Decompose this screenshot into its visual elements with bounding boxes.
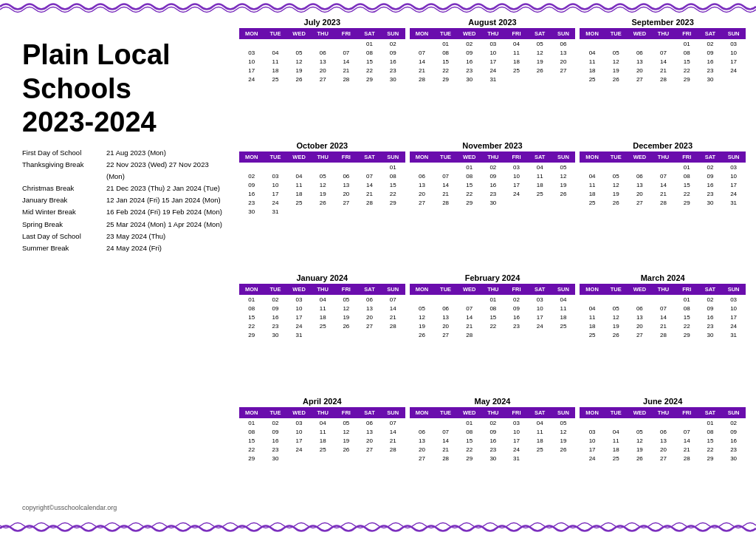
calendar-day: 18 bbox=[264, 66, 287, 75]
calendar-day: 22 bbox=[434, 66, 458, 75]
day-header: SAT bbox=[528, 408, 551, 418]
calendar-day: 21 bbox=[381, 436, 405, 445]
calendar-day: 08 bbox=[240, 304, 264, 313]
month-title: April 2024 bbox=[239, 397, 405, 406]
calendar-week-row: 010203 bbox=[580, 295, 746, 304]
calendar-day: 25 bbox=[528, 445, 551, 454]
day-header: MON bbox=[410, 29, 434, 39]
calendar-week-row: 0102 bbox=[240, 39, 405, 49]
calendar-day: 25 bbox=[604, 454, 628, 463]
calendar-day: 11 bbox=[505, 48, 529, 57]
calendar-day bbox=[434, 418, 458, 428]
day-header: SUN bbox=[722, 152, 746, 163]
calendar-day: 05 bbox=[334, 295, 358, 304]
calendar-day: 20 bbox=[358, 436, 382, 445]
calendar-day: 01 bbox=[240, 295, 264, 304]
calendar-day: 26 bbox=[604, 330, 628, 339]
calendar-day: 18 bbox=[505, 57, 529, 66]
calendar-week-row: 22232425262728 bbox=[240, 321, 405, 330]
calendar-day: 01 bbox=[434, 39, 458, 49]
calendar-day: 11 bbox=[311, 427, 334, 436]
calendar-day: 24 bbox=[722, 189, 746, 198]
calendar-day: 17 bbox=[264, 189, 287, 198]
calendar-day: 02 bbox=[264, 295, 287, 304]
calendar-day: 18 bbox=[551, 313, 575, 321]
calendar-day: 03 bbox=[528, 295, 551, 304]
calendar-day: 15 bbox=[675, 313, 698, 321]
calendar-day bbox=[528, 75, 551, 84]
day-header: FRI bbox=[505, 284, 529, 295]
calendar-day: 17 bbox=[505, 436, 529, 445]
month-block: September 2023MONTUEWEDTHUFRISATSUN01020… bbox=[580, 18, 746, 138]
calendar-table: MONTUEWEDTHUFRISATSUN0102030405060708091… bbox=[239, 407, 405, 463]
calendar-day: 03 bbox=[722, 39, 746, 49]
calendar-day bbox=[334, 39, 358, 49]
calendar-week-row: 17181920212223 bbox=[580, 445, 746, 454]
calendar-day: 20 bbox=[358, 313, 382, 321]
calendar-day: 15 bbox=[457, 436, 481, 445]
calendar-day: 08 bbox=[481, 304, 505, 313]
day-header: MON bbox=[240, 408, 264, 418]
day-header: SUN bbox=[381, 29, 405, 39]
day-header: MON bbox=[240, 29, 264, 39]
calendar-week-row: 15161718192021 bbox=[240, 436, 405, 445]
calendar-week-row: 12131415161718 bbox=[410, 313, 575, 321]
calendar-day: 21 bbox=[652, 66, 676, 75]
calendar-day: 04 bbox=[528, 418, 551, 428]
calendar-day: 11 bbox=[580, 180, 605, 189]
month-title: June 2024 bbox=[580, 397, 746, 406]
calendar-day: 07 bbox=[652, 304, 676, 313]
calendar-day: 27 bbox=[434, 330, 458, 339]
calendar-day bbox=[505, 330, 529, 339]
calendar-day bbox=[311, 207, 334, 216]
calendar-day bbox=[528, 330, 551, 339]
month-title: July 2023 bbox=[239, 18, 405, 27]
calendar-day: 02 bbox=[481, 418, 505, 428]
calendar-day: 06 bbox=[410, 427, 434, 436]
day-header: SAT bbox=[358, 284, 382, 295]
calendar-day: 04 bbox=[287, 171, 312, 180]
calendar-day: 10 bbox=[722, 171, 746, 180]
calendar-day: 02 bbox=[698, 39, 722, 49]
calendar-day: 14 bbox=[381, 304, 405, 313]
calendar-day: 29 bbox=[381, 198, 405, 207]
day-header: SUN bbox=[381, 408, 405, 418]
calendar-day: 21 bbox=[358, 189, 382, 198]
calendar-day: 08 bbox=[675, 171, 698, 180]
calendar-day: 20 bbox=[434, 321, 458, 330]
calendar-day: 04 bbox=[580, 304, 605, 313]
calendar-day: 27 bbox=[410, 198, 434, 207]
calendar-day: 09 bbox=[381, 48, 405, 57]
day-header: FRI bbox=[334, 408, 358, 418]
calendar-day: 07 bbox=[381, 295, 405, 304]
calendar-day: 20 bbox=[628, 321, 652, 330]
calendar-day: 28 bbox=[457, 330, 481, 339]
calendar-day: 25 bbox=[551, 321, 575, 330]
calendar-day: 19 bbox=[551, 180, 575, 189]
day-header: MON bbox=[410, 284, 434, 295]
calendar-day: 07 bbox=[652, 48, 676, 57]
day-header: FRI bbox=[505, 408, 529, 418]
calendar-week-row: 21222324252627 bbox=[410, 66, 575, 75]
calendar-day: 29 bbox=[457, 198, 481, 207]
event-label: January Break bbox=[22, 194, 103, 206]
calendar-day bbox=[287, 39, 312, 49]
calendar-day: 31 bbox=[505, 454, 529, 463]
calendar-day: 26 bbox=[628, 454, 652, 463]
calendar-day: 17 bbox=[287, 436, 312, 445]
calendar-day: 05 bbox=[410, 304, 434, 313]
calendar-table: MONTUEWEDTHUFRISATSUN0102030405060708091… bbox=[410, 284, 576, 339]
calendar-day bbox=[652, 39, 676, 49]
calendar-day: 16 bbox=[264, 313, 287, 321]
calendar-week-row: 04050607080910 bbox=[580, 48, 746, 57]
day-header: SUN bbox=[722, 284, 746, 295]
day-header: SUN bbox=[551, 284, 575, 295]
calendar-day: 21 bbox=[675, 445, 698, 454]
calendar-week-row: 3031 bbox=[240, 207, 405, 216]
calendar-day bbox=[381, 454, 405, 463]
calendar-week-row: 18192021222324 bbox=[580, 189, 746, 198]
calendar-day: 30 bbox=[481, 198, 505, 207]
calendar-week-row: 13141516171819 bbox=[410, 436, 575, 445]
calendar-day: 10 bbox=[287, 427, 312, 436]
calendar-day: 22 bbox=[240, 445, 264, 454]
